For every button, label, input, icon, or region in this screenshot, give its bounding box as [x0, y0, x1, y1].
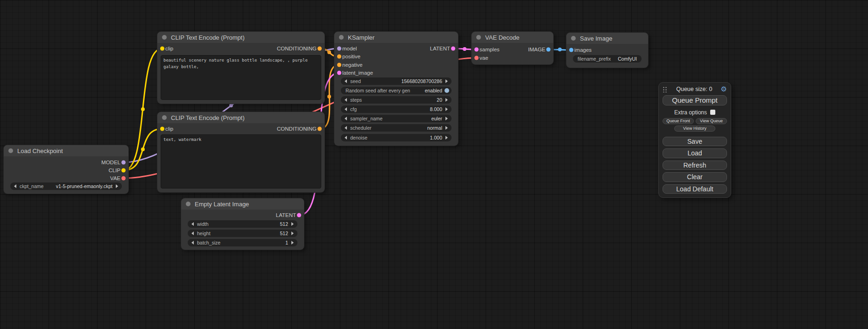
widget-ckpt-name[interactable]: ckpt_name v1-5-pruned-emaonly.ckpt: [10, 182, 122, 190]
node-title: Load Checkpoint: [17, 147, 63, 154]
increment-arrow-icon[interactable]: [445, 117, 448, 120]
widget-scheduler[interactable]: scheduler normal: [341, 124, 452, 132]
output-dot-conditioning[interactable]: [318, 127, 322, 131]
widget-batch-size[interactable]: batch_size 1: [188, 239, 297, 246]
queue-prompt-button[interactable]: Queue Prompt: [663, 95, 727, 105]
widget-width[interactable]: width 512: [188, 220, 297, 228]
node-titlebar[interactable]: Save Image: [566, 33, 648, 44]
decrement-arrow-icon[interactable]: [345, 136, 347, 140]
collapse-toggle-icon[interactable]: [8, 148, 13, 153]
collapse-toggle-icon[interactable]: [162, 115, 167, 120]
view-history-button[interactable]: View History: [674, 126, 715, 132]
decrement-arrow-icon[interactable]: [14, 184, 16, 188]
graph-canvas[interactable]: Load Checkpoint MODEL CLIP VAE ckpt_name…: [0, 0, 868, 329]
view-queue-button[interactable]: View Queue: [696, 118, 727, 124]
output-slot-latent: LATENT: [276, 211, 304, 219]
input-dot-samples[interactable]: [474, 48, 479, 52]
slot-label: MODEL: [101, 160, 120, 165]
decrement-arrow-icon[interactable]: [345, 98, 347, 102]
collapse-toggle-icon[interactable]: [162, 35, 167, 40]
decrement-arrow-icon[interactable]: [345, 107, 347, 111]
decrement-arrow-icon[interactable]: [191, 241, 194, 245]
input-dot-clip[interactable]: [160, 47, 164, 51]
increment-arrow-icon[interactable]: [445, 79, 448, 83]
input-dot-clip[interactable]: [160, 127, 164, 131]
input-dot-latent-image[interactable]: [337, 71, 341, 75]
extra-options-checkbox[interactable]: [710, 110, 715, 115]
output-dot-vae[interactable]: [121, 176, 126, 181]
load-button[interactable]: Load: [663, 148, 727, 158]
decrement-arrow-icon[interactable]: [345, 126, 347, 130]
slot-label: latent_image: [342, 70, 373, 76]
widget-sampler-name[interactable]: sampler_name euler: [341, 115, 452, 122]
node-titlebar[interactable]: Empty Latent Image: [181, 198, 304, 210]
increment-arrow-icon[interactable]: [445, 107, 448, 111]
node-clip-text-encode-negative[interactable]: CLIP Text Encode (Prompt) clip CONDITION…: [157, 112, 325, 192]
widget-random-seed-toggle[interactable]: Random seed after every gen enabled: [341, 87, 452, 94]
widget-denoise[interactable]: denoise 1.000: [341, 134, 452, 141]
decrement-arrow-icon[interactable]: [345, 79, 347, 83]
load-default-button[interactable]: Load Default: [663, 184, 727, 194]
increment-arrow-icon[interactable]: [445, 136, 448, 140]
save-button[interactable]: Save: [663, 137, 727, 146]
node-empty-latent-image[interactable]: Empty Latent Image LATENT width 512 heig…: [181, 198, 304, 250]
output-dot-image[interactable]: [546, 48, 550, 52]
increment-arrow-icon[interactable]: [291, 231, 294, 235]
output-dot-latent[interactable]: [297, 213, 301, 217]
input-dot-negative[interactable]: [337, 63, 341, 67]
clear-button[interactable]: Clear: [663, 172, 727, 182]
prompt-textarea[interactable]: beautiful scenery nature glass bottle la…: [161, 55, 321, 100]
node-titlebar[interactable]: KSampler: [334, 32, 458, 43]
slot-label: LATENT: [276, 212, 296, 218]
node-load-checkpoint[interactable]: Load Checkpoint MODEL CLIP VAE ckpt_name…: [4, 145, 128, 194]
drag-handle-icon[interactable]: [663, 86, 668, 92]
collapse-toggle-icon[interactable]: [186, 202, 191, 206]
decrement-arrow-icon[interactable]: [191, 231, 194, 235]
collapse-toggle-icon[interactable]: [571, 36, 576, 41]
increment-arrow-icon[interactable]: [116, 184, 118, 188]
increment-arrow-icon[interactable]: [291, 222, 294, 226]
refresh-button[interactable]: Refresh: [663, 161, 727, 170]
node-titlebar[interactable]: CLIP Text Encode (Prompt): [157, 32, 325, 43]
toggle-knob-icon[interactable]: [445, 88, 449, 93]
slot-label: IMAGE: [528, 47, 545, 52]
widget-height[interactable]: height 512: [188, 230, 297, 237]
widget-cfg[interactable]: cfg 8.000: [341, 105, 452, 113]
decrement-arrow-icon[interactable]: [345, 117, 347, 120]
collapse-toggle-icon[interactable]: [476, 35, 481, 40]
settings-gear-icon[interactable]: ⚙: [721, 85, 727, 92]
node-titlebar[interactable]: Load Checkpoint: [4, 145, 128, 156]
slot-label: VAE: [110, 175, 120, 181]
node-save-image[interactable]: Save Image images filename_prefix ComfyU…: [566, 33, 648, 68]
node-titlebar[interactable]: CLIP Text Encode (Prompt): [157, 112, 325, 123]
output-dot-conditioning[interactable]: [318, 47, 322, 51]
node-titlebar[interactable]: VAE Decode: [472, 32, 553, 43]
widget-value: enabled: [425, 88, 442, 93]
prompt-textarea[interactable]: text, watermark: [161, 134, 321, 189]
widget-steps[interactable]: steps 20: [341, 96, 452, 104]
slot-label: CONDITIONING: [277, 46, 317, 51]
node-title: Save Image: [580, 35, 612, 42]
node-vae-decode[interactable]: VAE Decode samples vae IMAGE: [472, 32, 553, 64]
increment-arrow-icon[interactable]: [445, 126, 448, 130]
input-dot-model[interactable]: [337, 47, 341, 51]
queue-buttons-row: Queue Front View Queue: [663, 118, 727, 124]
widget-filename-prefix[interactable]: filename_prefix ComfyUI: [573, 55, 642, 63]
node-ksampler[interactable]: KSampler model positive negative latent_…: [334, 32, 458, 146]
input-dot-positive[interactable]: [337, 55, 341, 59]
input-dot-images[interactable]: [569, 48, 573, 52]
node-clip-text-encode-positive[interactable]: CLIP Text Encode (Prompt) clip CONDITION…: [157, 32, 325, 104]
collapse-toggle-icon[interactable]: [339, 35, 344, 40]
decrement-arrow-icon[interactable]: [191, 222, 194, 226]
output-dot-latent[interactable]: [451, 47, 455, 51]
increment-arrow-icon[interactable]: [445, 98, 448, 102]
output-dot-model[interactable]: [121, 161, 126, 165]
output-slot-conditioning: CONDITIONING: [277, 45, 325, 52]
increment-arrow-icon[interactable]: [291, 241, 294, 245]
queue-front-button[interactable]: Queue Front: [663, 118, 694, 124]
output-dot-clip[interactable]: [121, 168, 126, 173]
input-slot-clip: clip: [157, 125, 173, 133]
widget-seed[interactable]: seed 156680208700286: [341, 77, 452, 85]
widget-value: normal: [427, 125, 442, 131]
input-dot-vae[interactable]: [474, 56, 479, 60]
